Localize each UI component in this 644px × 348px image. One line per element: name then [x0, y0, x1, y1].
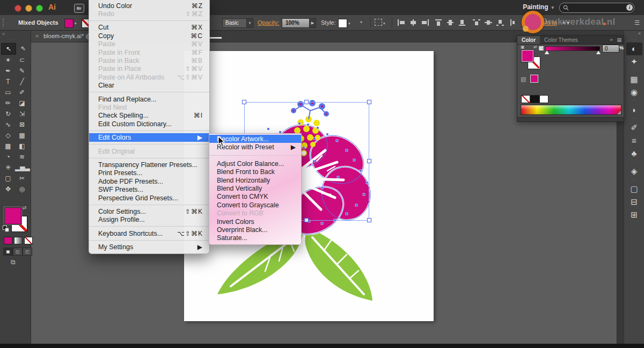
draw-inside-button[interactable]: ◰ — [23, 248, 32, 256]
column-graph-tool[interactable]: ▂▅▃ — [15, 162, 29, 173]
color-panel-icon[interactable]: ◐ — [626, 42, 642, 55]
eyedropper-tool[interactable]: ◔ — [1, 151, 15, 162]
pathfinder-icon[interactable]: ⊞ — [626, 208, 642, 221]
chevron-down-icon[interactable]: ▾ — [348, 21, 350, 26]
dock-grip[interactable]: ∙∙∙∙ — [626, 160, 642, 165]
panel-menu-icon[interactable]: ▤ — [614, 36, 624, 44]
perspective-grid-tool[interactable]: ▦ — [15, 130, 29, 141]
style-swatch[interactable] — [338, 19, 347, 28]
color-guide-icon[interactable]: ✦ — [626, 55, 642, 68]
submenu-item-adjust-color-balance[interactable]: Adjust Color Balance... — [209, 160, 301, 168]
none-swatch[interactable] — [521, 95, 530, 103]
distribute-space-left-icon[interactable] — [510, 19, 518, 26]
draw-behind-button[interactable]: ◱ — [13, 248, 23, 256]
paintbrush-tool[interactable]: ✐ — [15, 87, 29, 98]
gradient-mode-button[interactable] — [14, 237, 23, 244]
pencil-tool[interactable]: ✏ — [1, 98, 15, 108]
menu-item-paste-in-front[interactable]: Paste in Front ⌘F — [89, 48, 209, 56]
submenu-item-blend-vertically[interactable]: Blend Vertically — [209, 184, 301, 192]
panel-grab-bar[interactable]: ∙∙∙∙ — [517, 118, 624, 122]
expand-panel-icon[interactable]: » — [608, 36, 614, 44]
align-right-icon[interactable] — [421, 19, 429, 26]
menu-item-redo[interactable]: Redo ⇧⌘Z — [89, 10, 209, 18]
align-middle-vertical-icon[interactable] — [447, 19, 455, 26]
color-mode-button[interactable] — [4, 237, 12, 244]
curvature-tool[interactable]: ✎ — [15, 66, 29, 76]
submenu-item-overprint-black[interactable]: Overprint Black... — [209, 226, 301, 234]
blend-tool[interactable]: ≋ — [15, 151, 29, 162]
submenu-item-convert-to-cmyk[interactable]: Convert to CMYK — [209, 193, 301, 201]
fill-swatch[interactable] — [522, 50, 533, 62]
opacity-arrow-icon[interactable]: ▶ — [309, 18, 316, 28]
swap-fill-stroke-icon[interactable]: ⇄ — [23, 205, 27, 211]
submenu-item-invert-colors[interactable]: Invert Colors — [209, 218, 301, 226]
artboards-icon[interactable]: ▢ — [626, 183, 642, 195]
artboard-tool[interactable]: ▢ — [1, 173, 15, 184]
menu-item-color-settings[interactable]: Color Settings... ⇧⌘K — [89, 207, 209, 215]
collapse-tools-icon[interactable]: « — [2, 31, 5, 37]
bridge-badge[interactable]: Br — [74, 4, 84, 13]
default-fill-stroke-icon[interactable]: ▣ — [521, 45, 525, 49]
opacity-value-dropdown[interactable]: 100% — [282, 18, 310, 28]
free-transform-tool[interactable]: ⊠ — [15, 119, 29, 130]
width-tool[interactable]: ∿ — [1, 119, 15, 130]
menu-item-paste-in-place[interactable]: Paste in Place ⇧⌘V — [89, 65, 209, 73]
symbols-icon[interactable]: ♣ — [626, 147, 642, 160]
menu-item-swf-presets[interactable]: SWF Presets... — [89, 185, 209, 193]
rectangle-tool[interactable]: ▭ — [1, 87, 15, 98]
align-bottom-icon[interactable] — [458, 19, 467, 26]
menu-item-paste[interactable]: Paste ⌘V — [89, 40, 209, 48]
dock-grip[interactable]: ∙∙∙∙ — [626, 178, 642, 183]
color-spectrum-bar[interactable] — [521, 105, 621, 115]
tab-color[interactable]: Color — [517, 36, 540, 44]
dock-grip[interactable]: ∙∙∙∙ — [626, 38, 642, 42]
chevron-down-icon[interactable]: ▾ — [75, 21, 77, 26]
lasso-tool[interactable]: ⊂ — [15, 55, 29, 66]
menu-item-perspective-grid-presets[interactable]: Perspective Grid Presets... — [89, 194, 209, 202]
menu-item-adobe-pdf-presets[interactable]: Adobe PDF Presets... — [89, 177, 209, 185]
menu-item-transparency-flattener-presets[interactable]: Transparency Flattener Presets... — [89, 161, 209, 169]
black-swatch[interactable] — [530, 95, 539, 103]
close-tab-icon[interactable]: × — [35, 30, 39, 42]
submenu-item-convert-to-rgb[interactable]: Convert to RGB — [209, 209, 301, 218]
rotate-tool[interactable]: ↻ — [1, 108, 15, 119]
mesh-tool[interactable]: ▩ — [1, 141, 15, 151]
fill-color-swatch[interactable] — [64, 19, 74, 28]
distribute-bottom-icon[interactable] — [496, 19, 504, 26]
resize-grip-icon[interactable] — [617, 111, 621, 114]
swatches-icon[interactable]: ▦ — [626, 73, 642, 86]
menu-item-assign-profile[interactable]: Assign Profile... — [89, 216, 209, 224]
dock-grip[interactable]: ∙∙∙∙ — [626, 99, 642, 104]
fill-color-control[interactable] — [4, 207, 21, 224]
controlbar-grip[interactable] — [3, 18, 5, 27]
chevron-down-icon[interactable]: ▾ — [383, 21, 385, 26]
direct-selection-tool[interactable]: ⇖ — [16, 43, 30, 54]
out-of-gamut-cube-icon[interactable]: ▧ — [521, 76, 526, 83]
slice-tool[interactable]: ✂ — [15, 173, 29, 184]
minimize-window-button[interactable] — [25, 5, 32, 12]
stroke-icon[interactable]: ≡ — [626, 134, 642, 147]
in-gamut-swatch[interactable] — [530, 75, 538, 83]
submenu-item-blend-horizontally[interactable]: Blend Horizontally — [209, 176, 301, 184]
distribute-top-icon[interactable] — [472, 19, 481, 26]
menu-item-clear[interactable]: Clear — [89, 82, 209, 90]
menu-item-find-next[interactable]: Find Next — [89, 103, 209, 111]
tab-color-themes[interactable]: Color Themes — [540, 36, 582, 44]
distribute-middle-icon[interactable] — [484, 19, 493, 26]
align-center-horizontal-icon[interactable] — [409, 19, 418, 26]
close-window-button[interactable] — [14, 5, 21, 12]
menu-item-check-spelling[interactable]: Check Spelling... ⌘I — [89, 112, 209, 120]
align-icon[interactable]: ⊟ — [626, 195, 642, 208]
menu-item-edit-original[interactable]: Edit Original — [89, 147, 209, 155]
cc-libraries-icon[interactable]: ◉ — [626, 86, 642, 99]
channel-value-field[interactable]: 0 — [602, 45, 619, 53]
selection-tool[interactable]: ↖ — [1, 43, 16, 55]
magic-wand-tool[interactable]: ✶ — [1, 55, 15, 66]
zoom-tool[interactable]: ◎ — [15, 184, 29, 194]
menu-item-edit-custom-dictionary[interactable]: Edit Custom Dictionary... — [89, 120, 209, 128]
chevron-down-icon[interactable]: ▾ — [246, 18, 253, 28]
shape-builder-tool[interactable]: ◇ — [1, 130, 15, 141]
brush-definition-dropdown[interactable]: Basic — [222, 18, 249, 28]
submenu-item-blend-front-to-back[interactable]: Blend Front to Back — [209, 168, 301, 176]
layers-icon[interactable]: ◈ — [626, 165, 642, 178]
